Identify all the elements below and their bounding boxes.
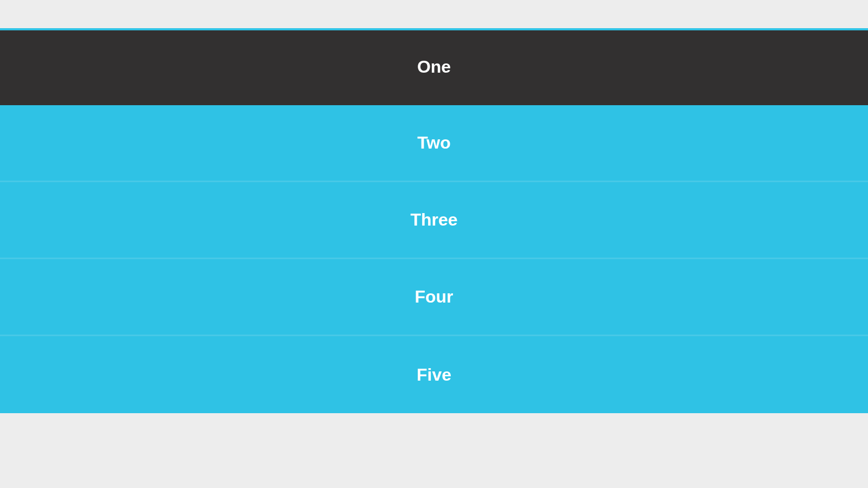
menu-item-label: Four	[414, 287, 453, 307]
menu-item-four[interactable]: Four	[0, 259, 868, 336]
menu-item-one[interactable]: One	[0, 28, 868, 105]
menu-item-label: Two	[417, 133, 451, 153]
menu-item-five[interactable]: Five	[0, 336, 868, 413]
menu-item-label: Five	[417, 365, 451, 385]
menu-item-two[interactable]: Two	[0, 105, 868, 182]
menu-list: One Two Three Four Five	[0, 28, 868, 413]
menu-item-label: Three	[410, 210, 457, 230]
menu-item-label: One	[417, 57, 451, 77]
menu-item-three[interactable]: Three	[0, 182, 868, 259]
